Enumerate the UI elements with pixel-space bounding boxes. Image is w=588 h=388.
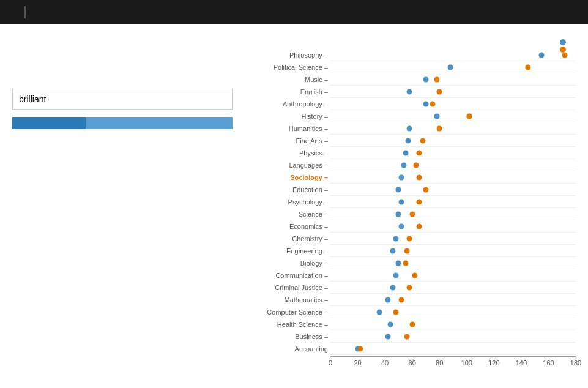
- x-tick: 140: [516, 359, 527, 367]
- chart-area: Philosophy –Political Science –Music –En…: [251, 37, 576, 368]
- x-tick: 20: [354, 359, 361, 367]
- chart-content: Philosophy –Political Science –Music –En…: [251, 37, 576, 368]
- male-dot: [416, 174, 422, 180]
- main-heading: [12, 37, 233, 60]
- plot-row: [330, 86, 576, 98]
- plot-row: [330, 73, 576, 86]
- plot-row: [330, 330, 576, 343]
- plot-row: [330, 343, 576, 355]
- header: [0, 0, 588, 24]
- x-tick: 60: [409, 359, 416, 367]
- plot-row: [330, 184, 576, 196]
- male-dot: [403, 260, 408, 266]
- plot-row: [330, 196, 576, 208]
- plot-row: [330, 257, 576, 269]
- plot-row: [330, 269, 576, 282]
- female-dot: [396, 211, 401, 217]
- y-label: Sociology –: [251, 171, 330, 184]
- female-dot: [390, 285, 396, 290]
- y-label: Science –: [251, 208, 330, 220]
- x-tick: 80: [436, 359, 443, 367]
- female-dot: [539, 52, 545, 58]
- plot-row: [330, 282, 576, 294]
- y-label: Biology –: [251, 257, 330, 269]
- y-label: Economics –: [251, 220, 330, 233]
- plot-row: [330, 122, 576, 135]
- male-dot: [416, 223, 422, 229]
- female-dot: [434, 113, 439, 119]
- search-input[interactable]: [12, 89, 233, 110]
- male-dot: [407, 285, 412, 290]
- all-ratings-button[interactable]: [12, 117, 86, 129]
- y-label: Fine Arts –: [251, 135, 330, 147]
- plot-row: [330, 171, 576, 184]
- y-label: Physics –: [251, 147, 330, 159]
- female-dot: [393, 236, 398, 241]
- y-label: Business –: [251, 330, 330, 343]
- y-label: Languages –: [251, 159, 330, 171]
- x-tick: 40: [381, 359, 389, 367]
- y-label: Accounting: [251, 343, 330, 355]
- x-tick: 0: [329, 359, 332, 367]
- male-dot: [562, 52, 568, 58]
- male-dot: [416, 150, 422, 155]
- female-dot: [396, 260, 401, 266]
- x-tick: 180: [570, 359, 581, 367]
- plot-row: [330, 245, 576, 257]
- main-content: Philosophy –Political Science –Music –En…: [0, 24, 588, 381]
- y-label: Philosophy –: [251, 49, 330, 61]
- male-dot: [437, 89, 442, 94]
- female-dot: [423, 101, 428, 106]
- y-label: Health Science –: [251, 318, 330, 330]
- female-dot: [388, 321, 393, 327]
- y-label: Psychology –: [251, 196, 330, 208]
- female-dot: [377, 309, 382, 315]
- plot-row: [330, 208, 576, 220]
- male-dot: [409, 211, 415, 217]
- y-label: Education –: [251, 184, 330, 196]
- female-dot: [407, 89, 412, 94]
- y-label: Chemistry –: [251, 233, 330, 245]
- female-dot: [401, 162, 407, 168]
- male-dot: [526, 64, 531, 70]
- y-label: Criminal Justice –: [251, 282, 330, 294]
- female-dot: [385, 334, 390, 339]
- male-dot: [407, 236, 412, 241]
- plot-row: [330, 147, 576, 159]
- plot-area: [330, 49, 576, 355]
- y-label: Mathematics –: [251, 294, 330, 306]
- only-positive-button[interactable]: [86, 117, 159, 129]
- y-label: English –: [251, 86, 330, 98]
- plot-row: [330, 318, 576, 330]
- search-label: [12, 72, 233, 83]
- female-dot: [398, 223, 404, 229]
- female-dot: [403, 150, 408, 155]
- x-tick: 100: [461, 359, 472, 367]
- only-negative-button[interactable]: [159, 117, 233, 129]
- female-dot: [393, 272, 398, 278]
- y-label: Engineering –: [251, 245, 330, 257]
- male-dot: [358, 346, 363, 351]
- y-label: Music –: [251, 73, 330, 86]
- plot-row: [330, 159, 576, 171]
- plot-row: [330, 135, 576, 147]
- male-dot: [467, 113, 472, 119]
- plot-row: [330, 61, 576, 73]
- male-dot: [404, 334, 409, 339]
- male-dot: [430, 101, 436, 106]
- filter-buttons: [12, 117, 233, 129]
- female-dot: [560, 39, 566, 45]
- left-panel: [12, 37, 245, 368]
- male-dot: [423, 187, 428, 192]
- legend-female: [560, 39, 570, 45]
- male-dot: [398, 297, 404, 302]
- male-dot: [412, 272, 418, 278]
- y-label: History –: [251, 110, 330, 122]
- male-dot: [434, 76, 439, 82]
- male-dot: [404, 248, 409, 253]
- male-dot: [409, 321, 415, 327]
- plot-row: [330, 110, 576, 122]
- y-label: Communication –: [251, 269, 330, 282]
- female-dot: [423, 76, 428, 82]
- plot-row: [330, 220, 576, 233]
